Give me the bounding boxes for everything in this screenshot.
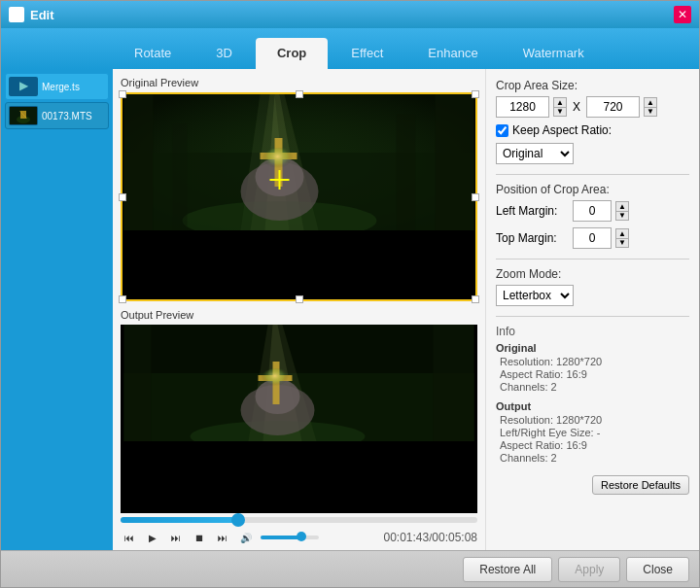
original-preview-section: Original Preview bbox=[113, 69, 485, 301]
volume-fill bbox=[261, 536, 301, 539]
handle-bot-right[interactable] bbox=[472, 295, 479, 303]
restore-defaults-button[interactable]: Restore Defaults bbox=[592, 475, 689, 495]
top-margin-down[interactable]: ▼ bbox=[615, 238, 629, 248]
right-panel: Crop Area Size: ▲ ▼ X ▲ ▼ Ke bbox=[485, 69, 699, 550]
aspect-option-row: Original bbox=[496, 143, 689, 164]
output-video-frame bbox=[121, 325, 477, 513]
time-current: 00:01:43 bbox=[384, 531, 430, 544]
output-channels: Channels: 2 bbox=[500, 452, 689, 464]
handle-bot-left[interactable] bbox=[119, 295, 126, 303]
app-icon bbox=[9, 7, 24, 22]
crop-width-up[interactable]: ▲ bbox=[553, 97, 567, 107]
output-preview-section: Output Preview bbox=[113, 301, 485, 513]
position-section: Position of Crop Area: Left Margin: ▲ ▼ … bbox=[496, 183, 689, 249]
play-button[interactable]: ▶ bbox=[144, 529, 161, 546]
divider-3 bbox=[496, 316, 689, 317]
stop-button[interactable]: ⏹ bbox=[191, 529, 208, 546]
file-label: 00173.MTS bbox=[42, 111, 92, 121]
original-info-group: Original Resolution: 1280*720 Aspect Rat… bbox=[496, 342, 689, 393]
time-display: 00:01:43/00:05:08 bbox=[384, 531, 478, 544]
tab-3d[interactable]: 3D bbox=[194, 38, 254, 69]
top-margin-up[interactable]: ▲ bbox=[615, 228, 629, 238]
main-window: Edit ✕ Rotate 3D Crop Effect Enhance Wat… bbox=[0, 0, 700, 588]
sidebar-merge-item[interactable]: ▶ Merge.ts bbox=[5, 73, 109, 100]
close-button[interactable]: ✕ bbox=[674, 6, 691, 23]
output-eye-size: Left/Right Eye Size: - bbox=[500, 427, 689, 438]
crop-width-down[interactable]: ▼ bbox=[553, 107, 567, 117]
left-margin-row: Left Margin: ▲ ▼ bbox=[496, 200, 689, 222]
crop-height-spin: ▲ ▼ bbox=[644, 97, 657, 117]
keep-aspect-checkbox[interactable] bbox=[496, 124, 508, 137]
divider-2 bbox=[496, 259, 689, 259]
title-bar: Edit ✕ bbox=[1, 1, 699, 28]
x-label: X bbox=[573, 100, 580, 114]
skip-back-button[interactable]: ⏮ bbox=[121, 529, 138, 546]
handle-top-mid[interactable] bbox=[296, 90, 303, 98]
zoom-option-row: Letterbox bbox=[496, 285, 689, 306]
top-margin-label: Top Margin: bbox=[496, 231, 569, 245]
volume-bar[interactable] bbox=[261, 536, 319, 539]
seek-fill bbox=[121, 517, 238, 523]
crop-height-input[interactable] bbox=[586, 96, 640, 118]
zoom-mode-label: Zoom Mode: bbox=[496, 267, 689, 281]
seek-thumb[interactable] bbox=[231, 513, 245, 527]
close-dialog-button[interactable]: Close bbox=[626, 557, 689, 582]
aspect-select[interactable]: Original bbox=[496, 143, 574, 164]
tab-effect[interactable]: Effect bbox=[330, 38, 404, 69]
info-title: Info bbox=[496, 325, 689, 338]
output-resolution: Resolution: 1280*720 bbox=[500, 414, 689, 426]
main-content: ▶ Merge.ts 00173.MTS Ori bbox=[1, 69, 699, 550]
keep-aspect-row: Keep Aspect Ratio: bbox=[496, 123, 689, 137]
original-video-frame bbox=[121, 92, 477, 301]
video-area: Original Preview bbox=[113, 69, 485, 550]
handle-mid-right[interactable] bbox=[472, 193, 479, 201]
crop-area-size-section: Crop Area Size: ▲ ▼ X ▲ ▼ Ke bbox=[496, 79, 689, 164]
crop-width-input[interactable] bbox=[496, 96, 549, 118]
original-aspect: Aspect Ratio: 16:9 bbox=[500, 368, 689, 380]
left-margin-up[interactable]: ▲ bbox=[615, 201, 629, 211]
handle-top-left[interactable] bbox=[119, 90, 126, 98]
crop-area-size-label: Crop Area Size: bbox=[496, 79, 689, 92]
top-margin-row: Top Margin: ▲ ▼ bbox=[496, 227, 689, 249]
volume-thumb[interactable] bbox=[297, 532, 306, 541]
tab-crop[interactable]: Crop bbox=[256, 38, 328, 69]
restore-all-button[interactable]: Restore All bbox=[463, 557, 552, 582]
window-title: Edit bbox=[30, 8, 674, 22]
top-margin-spin: ▲ ▼ bbox=[615, 228, 629, 248]
merge-label: Merge.ts bbox=[42, 82, 80, 92]
tab-watermark[interactable]: Watermark bbox=[502, 38, 606, 69]
crop-height-down[interactable]: ▼ bbox=[644, 107, 657, 117]
svg-rect-18 bbox=[124, 94, 154, 230]
seek-bar[interactable] bbox=[121, 517, 477, 523]
original-preview-label: Original Preview bbox=[121, 77, 477, 88]
tab-rotate[interactable]: Rotate bbox=[113, 38, 192, 69]
svg-text:▶: ▶ bbox=[19, 79, 29, 92]
sidebar: ▶ Merge.ts 00173.MTS bbox=[1, 69, 113, 550]
sidebar-file-item[interactable]: 00173.MTS bbox=[5, 102, 109, 129]
original-channels: Channels: 2 bbox=[500, 381, 689, 393]
tab-bar: Rotate 3D Crop Effect Enhance Watermark bbox=[1, 28, 699, 69]
output-aspect: Aspect Ratio: 16:9 bbox=[500, 439, 689, 451]
zoom-select[interactable]: Letterbox bbox=[496, 285, 574, 306]
left-margin-down[interactable]: ▼ bbox=[615, 211, 629, 221]
position-label: Position of Crop Area: bbox=[496, 183, 689, 196]
handle-mid-left[interactable] bbox=[119, 193, 126, 201]
playback-area: ⏮ ▶ ⏭ ⏹ ⏭ 🔊 00:01:43/00:05:08 bbox=[113, 513, 485, 550]
handle-top-right[interactable] bbox=[472, 90, 479, 98]
svg-rect-34 bbox=[124, 325, 152, 441]
left-margin-label: Left Margin: bbox=[496, 204, 569, 218]
left-margin-input[interactable] bbox=[573, 200, 612, 222]
original-resolution: Resolution: 1280*720 bbox=[500, 356, 689, 367]
top-margin-input[interactable] bbox=[573, 227, 612, 249]
volume-icon: 🔊 bbox=[237, 529, 255, 546]
crop-height-up[interactable]: ▲ bbox=[644, 97, 657, 107]
divider-1 bbox=[496, 174, 689, 175]
handle-bot-mid[interactable] bbox=[296, 295, 303, 303]
tab-enhance[interactable]: Enhance bbox=[406, 38, 499, 69]
apply-button[interactable]: Apply bbox=[558, 557, 620, 582]
original-info-title: Original bbox=[496, 342, 689, 354]
keep-aspect-label: Keep Aspect Ratio: bbox=[512, 123, 612, 137]
skip-forward-button[interactable]: ⏭ bbox=[214, 529, 231, 546]
step-forward-button[interactable]: ⏭ bbox=[167, 529, 185, 546]
svg-rect-19 bbox=[436, 94, 474, 230]
